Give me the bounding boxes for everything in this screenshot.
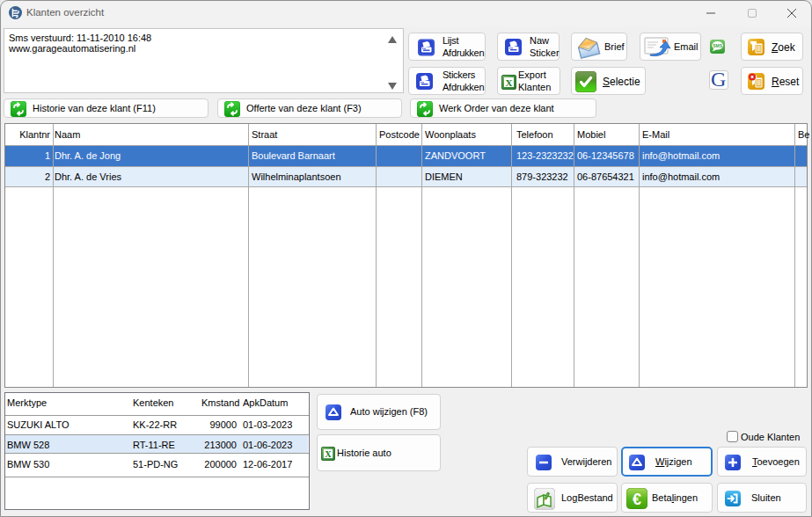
svg-text:€: € — [633, 491, 641, 508]
svg-text:X: X — [506, 77, 513, 88]
svg-text:SMS: SMS — [713, 43, 723, 48]
svg-text:X: X — [325, 449, 332, 459]
